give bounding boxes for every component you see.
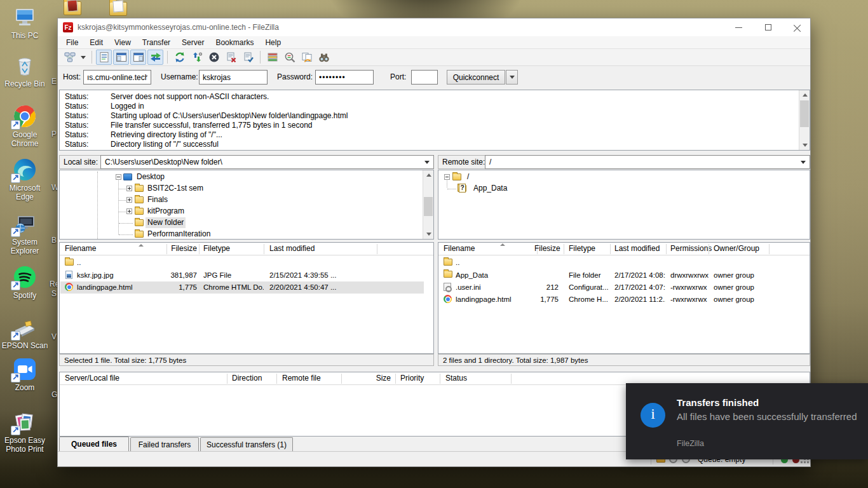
column-separator[interactable] bbox=[709, 244, 709, 254]
tree-item-finals[interactable]: Finals bbox=[60, 194, 433, 206]
column-server-local-file[interactable]: Server/Local file bbox=[65, 372, 119, 385]
tab-queued-files[interactable]: Queued files bbox=[59, 437, 129, 451]
column-separator[interactable] bbox=[666, 244, 667, 254]
password-input[interactable] bbox=[315, 70, 374, 85]
close-button[interactable] bbox=[783, 18, 812, 36]
port-input[interactable] bbox=[411, 70, 438, 85]
maximize-button[interactable] bbox=[754, 18, 783, 36]
local-list-header[interactable]: Filename Filesize Filetype Last modified bbox=[60, 243, 433, 255]
toggle-message-log-button[interactable] bbox=[96, 50, 112, 65]
desktop-icon-google-chrome[interactable]: Google Chrome bbox=[0, 104, 50, 148]
tree-item-performaniteration[interactable]: PerformanIteration bbox=[60, 229, 433, 240]
column-separator[interactable] bbox=[511, 374, 512, 384]
tree-item-new-folder[interactable]: New folder bbox=[60, 217, 433, 229]
menu-transfer[interactable]: Transfer bbox=[137, 37, 176, 48]
expander-plus-icon[interactable] bbox=[126, 197, 132, 203]
desktop-icon-epson-scan[interactable]: EPSON Scan bbox=[0, 315, 50, 350]
local-tree-scrollbar[interactable] bbox=[423, 170, 433, 239]
quickconnect-button[interactable]: Quickconnect bbox=[447, 70, 505, 85]
column-last-modified[interactable]: Last modified bbox=[269, 243, 315, 255]
tree-item-kitprogram[interactable]: kitProgram bbox=[60, 206, 433, 217]
expander-plus-icon[interactable] bbox=[126, 186, 132, 191]
minimize-button[interactable] bbox=[724, 18, 753, 36]
log-scrollbar[interactable] bbox=[799, 90, 810, 150]
column-owner-group[interactable]: Owner/Group bbox=[714, 243, 759, 255]
column-separator[interactable] bbox=[276, 374, 277, 384]
host-input[interactable] bbox=[83, 70, 151, 85]
column-separator[interactable] bbox=[769, 244, 770, 254]
toggle-transfer-queue-button[interactable] bbox=[147, 50, 163, 65]
username-input[interactable] bbox=[199, 70, 268, 85]
tree-item-app-data[interactable]: App_Data bbox=[438, 183, 810, 194]
menu-view[interactable]: View bbox=[109, 37, 137, 48]
zoom-icon bbox=[13, 357, 37, 381]
cancel-button[interactable] bbox=[206, 50, 222, 65]
compare-button[interactable] bbox=[281, 50, 297, 65]
column-size[interactable]: Size bbox=[341, 372, 391, 385]
column-filename[interactable]: Filename bbox=[65, 243, 96, 255]
find-button[interactable] bbox=[316, 50, 332, 65]
desktop-icon-this-pc[interactable]: This PC bbox=[0, 5, 50, 40]
column-last-modified[interactable]: Last modified bbox=[614, 243, 660, 255]
quickconnect-dropdown[interactable] bbox=[506, 70, 518, 85]
column-separator[interactable] bbox=[440, 374, 440, 384]
desktop-icon-zoom[interactable]: Zoom bbox=[0, 357, 50, 392]
local-site-combo[interactable]: C:\Users\user\Desktop\New folder\ bbox=[100, 155, 434, 169]
desktop-folder-icon[interactable] bbox=[64, 1, 81, 15]
disconnect-button[interactable] bbox=[223, 50, 239, 65]
menu-server[interactable]: Server bbox=[176, 37, 210, 48]
column-separator[interactable] bbox=[199, 244, 200, 254]
title-bar[interactable]: Fz kskrojas@kitsymmonkesseyrojas.cmu-onl… bbox=[58, 18, 810, 36]
toggle-local-tree-button[interactable] bbox=[113, 50, 129, 65]
desktop-icon-epson-easy-photo-print[interactable]: Epson Easy Photo Print bbox=[0, 410, 50, 454]
column-direction[interactable]: Direction bbox=[232, 372, 262, 385]
column-filetype[interactable]: Filetype bbox=[203, 243, 230, 255]
column-separator[interactable] bbox=[264, 244, 264, 254]
column-separator[interactable] bbox=[166, 244, 167, 254]
process-queue-button[interactable] bbox=[189, 50, 205, 65]
column-separator[interactable] bbox=[227, 374, 227, 384]
desktop-folder-icon[interactable] bbox=[109, 2, 127, 16]
tab-successful-transfers[interactable]: Successful transfers (1) bbox=[200, 437, 293, 451]
menu-bookmarks[interactable]: Bookmarks bbox=[210, 37, 259, 48]
column-filesize[interactable]: Filesize bbox=[534, 243, 559, 255]
tab-failed-transfers[interactable]: Failed transfers bbox=[130, 437, 199, 451]
column-separator[interactable] bbox=[610, 244, 611, 254]
remote-site-combo[interactable]: / bbox=[485, 155, 810, 169]
column-filename[interactable]: Filename bbox=[444, 243, 475, 255]
column-separator[interactable] bbox=[377, 244, 377, 254]
reconnect-button[interactable] bbox=[240, 50, 256, 65]
tree-item-desktop[interactable]: Desktop bbox=[60, 172, 433, 183]
column-filesize[interactable]: Filesize bbox=[168, 243, 197, 255]
column-priority[interactable]: Priority bbox=[400, 372, 424, 385]
filter-button[interactable] bbox=[264, 50, 280, 65]
column-remote-file[interactable]: Remote file bbox=[282, 372, 321, 385]
column-status[interactable]: Status bbox=[445, 372, 467, 385]
site-manager-dropdown[interactable] bbox=[79, 50, 88, 65]
scrollbar-thumb[interactable] bbox=[800, 100, 809, 127]
remote-list-header[interactable]: Filename Filesize Filetype Last modified… bbox=[438, 243, 810, 255]
desktop-icon-recycle-bin[interactable]: Recycle Bin bbox=[0, 53, 50, 88]
menu-help[interactable]: Help bbox=[259, 37, 287, 48]
desktop-icon-microsoft-edge[interactable]: Microsoft Edge bbox=[0, 158, 50, 201]
toggle-remote-tree-button[interactable] bbox=[130, 50, 146, 65]
desktop-icon-system-explorer[interactable]: System Explorer bbox=[0, 212, 50, 255]
menu-edit[interactable]: Edit bbox=[84, 37, 109, 48]
scrollbar-thumb[interactable] bbox=[424, 197, 433, 216]
column-filetype[interactable]: Filetype bbox=[569, 243, 595, 255]
tree-item-bsit2c[interactable]: BSIT2C-1st sem bbox=[60, 183, 433, 194]
refresh-button[interactable] bbox=[172, 50, 187, 65]
expander-minus-icon[interactable] bbox=[116, 174, 121, 180]
tree-item-label: BSIT2C-1st sem bbox=[147, 183, 203, 194]
expander-plus-icon[interactable] bbox=[126, 208, 132, 214]
column-separator[interactable] bbox=[564, 244, 564, 254]
tree-item-root[interactable]: / bbox=[438, 172, 810, 183]
desktop-icon-spotify[interactable]: Spotify bbox=[0, 265, 50, 300]
column-permissions[interactable]: Permissions bbox=[670, 243, 712, 255]
toast-notification[interactable]: Transfers finished All files have been s… bbox=[626, 383, 868, 459]
menu-file[interactable]: File bbox=[60, 37, 84, 48]
site-manager-button[interactable] bbox=[62, 50, 78, 65]
expander-minus-icon[interactable] bbox=[444, 174, 450, 180]
synchronized-browsing-button[interactable] bbox=[299, 50, 315, 65]
column-separator[interactable] bbox=[395, 374, 396, 384]
